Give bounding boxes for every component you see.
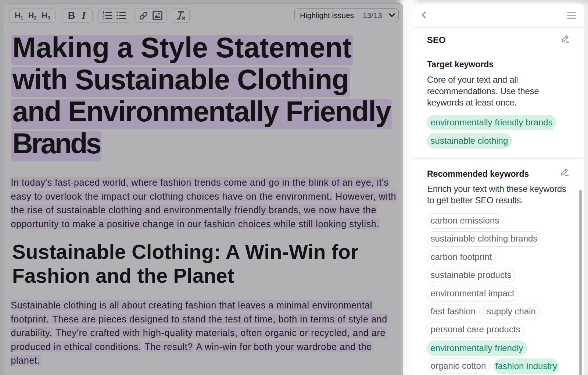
- svg-text:3: 3: [103, 17, 104, 20]
